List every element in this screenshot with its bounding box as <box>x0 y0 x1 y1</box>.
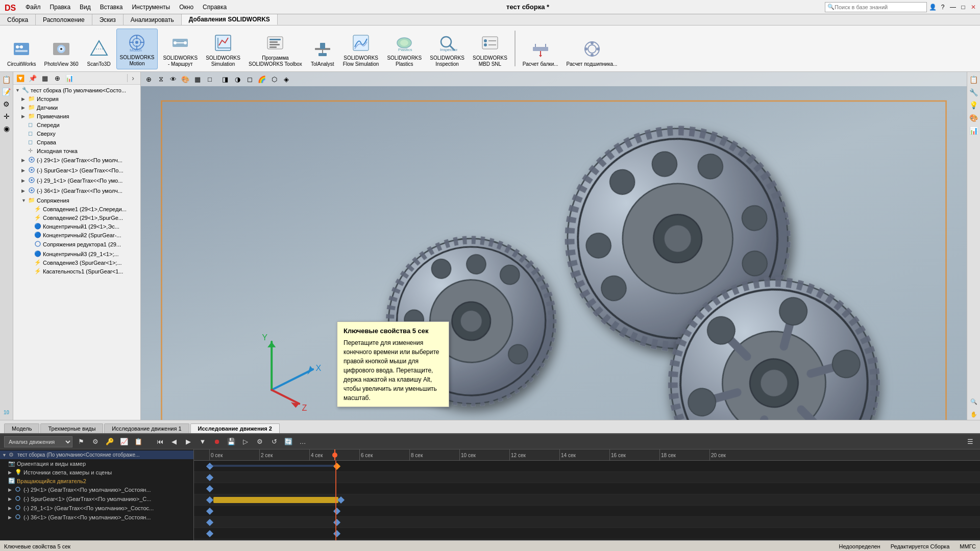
maximize-icon[interactable]: □ <box>959 3 968 12</box>
tl-row-p3[interactable] <box>194 528 980 539</box>
right-icon-2[interactable]: 🔧 <box>968 87 979 98</box>
tree-mate7[interactable]: ⚡ Совпадение3 (SpurGear<1>;... <box>13 258 140 267</box>
tool-circuitworks[interactable]: CircuitWorks <box>4 36 39 69</box>
tree-mate5[interactable]: Сопряжения редуктора1 (29... <box>13 239 140 249</box>
help-icon[interactable]: ? <box>938 3 947 12</box>
motion-type-select[interactable]: Анализ движения Основное движение <box>4 436 72 447</box>
view-color-icon[interactable]: 🌈 <box>256 73 267 85</box>
mt-p4[interactable]: ▶ (-) 36<1> (GearTrax<<По умолчанию>_Сос… <box>0 513 193 522</box>
menu-help[interactable]: Справка <box>199 3 231 12</box>
tree-part2[interactable]: ▶ (-) SpurGear<1> (GearTrax<<По... <box>13 165 140 176</box>
motion-play-back-icon[interactable]: ◀ <box>168 436 180 447</box>
user-icon[interactable]: 👤 <box>928 3 937 12</box>
tree-part4[interactable]: ▶ (-) 36<1> (GearTrax<<По умолч... <box>13 186 140 196</box>
view-display-icon[interactable]: ▦ <box>192 73 203 85</box>
motion-record-icon[interactable]: ⏺ <box>211 436 223 447</box>
view-appearance-icon[interactable]: 🎨 <box>180 73 191 85</box>
explode-icon[interactable]: ✛ <box>1 111 12 122</box>
motion-settings-icon[interactable]: ⚙ <box>254 436 265 447</box>
tree-mate4[interactable]: 🔵 Концентричный2 (SpurGear-... <box>13 231 140 239</box>
menu-window[interactable]: Окно <box>175 3 198 12</box>
tool-program[interactable]: ПрограммаSOLIDWORKS Toolbox <box>246 30 305 69</box>
view-hide-icon[interactable]: 👁 <box>167 73 179 85</box>
view-section-icon[interactable]: ⧖ <box>155 73 166 85</box>
motion-loop-icon[interactable]: 🔄 <box>283 436 294 447</box>
mt-root[interactable]: ▼ ⚙ тест сборка (По умолчанию<Состояние … <box>0 450 193 459</box>
menu-view[interactable]: Вид <box>76 3 95 12</box>
tool-sw-motion[interactable]: Motion SOLIDWORKSMotion <box>116 29 158 69</box>
tree-front[interactable]: ◻ Спереди <box>13 120 140 129</box>
tab-motion1[interactable]: Исследование движения 1 <box>104 423 189 433</box>
viewport[interactable]: ⊕ ⧖ 👁 🎨 ▦ □ ◨ ◑ ◻ 🌈 ⬡ ◈ <box>141 72 967 420</box>
tl-row-p4[interactable] <box>194 539 980 540</box>
right-icon-pan[interactable]: ✋ <box>968 409 979 420</box>
tool-photoview360[interactable]: PhotoView 360 <box>41 36 81 69</box>
filter-icon[interactable]: 🔽 <box>15 73 26 83</box>
tab-3d-views[interactable]: Трехмерные виды <box>40 423 103 433</box>
view-render-mode[interactable]: ◨ <box>219 73 231 85</box>
view-3d-icon[interactable]: □ <box>204 73 215 85</box>
motion-icon[interactable]: 10 <box>1 407 12 418</box>
tool-mbd-snl[interactable]: SOLIDWORKSMBD SNL <box>470 30 510 69</box>
right-icon-3[interactable]: 💡 <box>968 99 979 111</box>
search-box[interactable]: 🔍 <box>825 2 927 12</box>
tree-top[interactable]: ◻ Сверху <box>13 129 140 138</box>
tree-mate6[interactable]: 🔵 Концентричный3 (29_1<1>;... <box>13 249 140 258</box>
motion-rewind-icon[interactable]: ⏮ <box>154 436 165 447</box>
tl-row-root[interactable] <box>194 461 980 472</box>
tab-motion2[interactable]: Исследование движения 2 <box>190 423 280 433</box>
tree-part1[interactable]: ▶ (-) 29<1> (GearTrax<<По умолч... <box>13 155 140 165</box>
motion-report-icon[interactable]: 📋 <box>133 436 144 447</box>
tl-row-p2[interactable] <box>194 517 980 528</box>
feature-manager-icon[interactable]: 📋 <box>1 74 12 85</box>
tl-row-lights[interactable] <box>194 483 980 494</box>
tree-plus-icon[interactable]: ⊕ <box>52 73 62 83</box>
tree-mate3[interactable]: 🔵 Концентричный1 (29<1>,Эс... <box>13 222 140 231</box>
tree-mates[interactable]: ▼ 📁 Сопряжения <box>13 196 140 205</box>
search-input[interactable] <box>835 4 916 10</box>
motion-graph-icon[interactable]: 📈 <box>118 436 130 447</box>
motion-savekey-icon[interactable]: 💾 <box>226 436 237 447</box>
mt-lights[interactable]: ▶ 💡 Источники света, камеры и сцены <box>0 468 193 477</box>
motion-timeline-icon[interactable]: ☰ <box>965 436 976 447</box>
motion-key-icon[interactable]: 🔑 <box>104 436 115 447</box>
tool-inspection[interactable]: Inspection SOLIDWORKSInspection <box>427 30 468 69</box>
tool-calc-bearing[interactable]: Расчет подшипника... <box>564 36 621 69</box>
tree-pin-icon[interactable]: 📌 <box>28 73 38 83</box>
mt-motor[interactable]: 🔄 Вращающийся двигатель2 <box>0 477 193 485</box>
tab-sketch[interactable]: Эскиз <box>92 14 124 25</box>
right-icon-5[interactable]: 📊 <box>968 125 979 136</box>
tl-row-orient[interactable] <box>194 472 980 483</box>
menu-tools[interactable]: Инструменты <box>128 3 174 12</box>
motion-more-icon[interactable]: … <box>297 436 308 447</box>
mt-p2[interactable]: ▶ (-) SpurGear<1> (GearTrax<<По умолчани… <box>0 494 193 504</box>
tree-notes[interactable]: ▶ 📁 Примечания <box>13 112 140 120</box>
property-manager-icon[interactable]: 📝 <box>1 86 12 97</box>
right-icon-zoom[interactable]: 🔍 <box>968 396 979 407</box>
motion-play-icon[interactable]: ▶ <box>183 436 194 447</box>
tree-root[interactable]: ▼ 🔧 тест сборка (По умолчанию<Состо... <box>13 86 140 94</box>
view-edges-icon[interactable]: ◻ <box>244 73 255 85</box>
close-icon[interactable]: ✕ <box>969 3 978 12</box>
menu-edit[interactable]: Правка <box>46 3 75 12</box>
tool-flow-simulation[interactable]: SOLIDWORKSFlow Simulation <box>340 30 382 69</box>
tab-addins[interactable]: Добавления SOLIDWORKS <box>182 14 278 25</box>
tool-calc-beam[interactable]: Расчет балки... <box>520 36 561 69</box>
tab-assembly[interactable]: Сборка <box>0 14 36 25</box>
minimize-icon[interactable]: — <box>948 3 958 12</box>
tool-sw-simulation[interactable]: SOLIDWORKSSimulation <box>203 30 243 69</box>
motion-calc-icon[interactable]: ⚙ <box>90 436 101 447</box>
tree-mate1[interactable]: ⚡ Совпадение1 (29<1>,Спереди... <box>13 205 140 213</box>
mt-p1[interactable]: ▶ (-) 29<1> (GearTrax<<По умолчанию>_Сос… <box>0 485 193 494</box>
tree-history[interactable]: ▶ 📁 История <box>13 94 140 103</box>
tree-origin[interactable]: ✛ Исходная точка <box>13 146 140 155</box>
menu-file[interactable]: Файл <box>21 3 45 12</box>
motion-simulate-icon[interactable]: ▷ <box>240 436 251 447</box>
tool-sw-route[interactable]: SOLIDWORKS- Маршрут <box>160 30 201 69</box>
tab-analyze[interactable]: Анализировать <box>124 14 182 25</box>
view-perspective-icon[interactable]: ⬡ <box>268 73 280 85</box>
view-orient-icon[interactable]: ⊕ <box>143 73 154 85</box>
tree-chart-icon[interactable]: 📊 <box>64 73 75 83</box>
motion-filter-icon[interactable]: ⚑ <box>76 436 87 447</box>
view-shaded-icon[interactable]: ◑ <box>232 73 243 85</box>
